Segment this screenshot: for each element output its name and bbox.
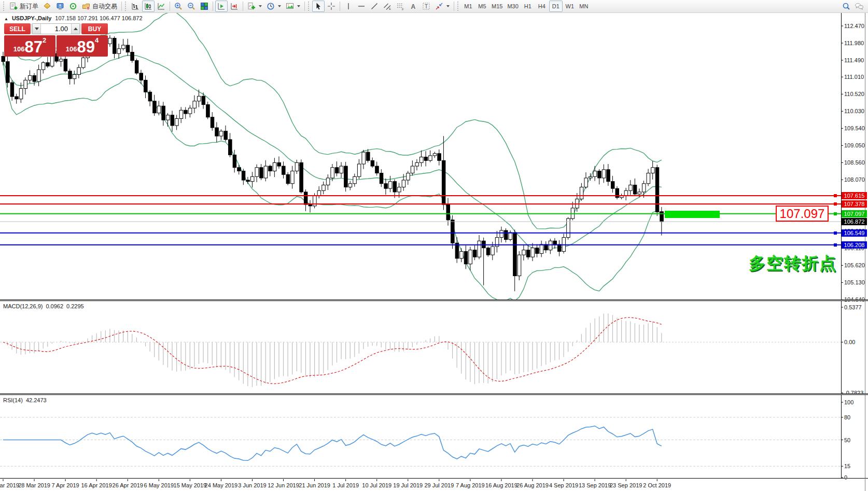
sell-price-sup: 2	[43, 35, 46, 44]
macd-axis-tick: -0.7823	[844, 390, 863, 396]
caret-down-icon	[35, 28, 39, 30]
sell-price-big: 87	[24, 38, 42, 56]
sell-price-small: 106	[13, 45, 25, 56]
chart-title: ▲ USDJPY-,Daily 107.158 107.291 106.477 …	[4, 15, 143, 21]
date-label: 13 Sep 2019	[579, 482, 611, 488]
line-handle[interactable]	[834, 212, 837, 215]
window-edge	[865, 13, 865, 491]
price-tick: 111.010	[844, 74, 864, 80]
rsi-panel-separator[interactable]	[0, 393, 868, 395]
price-tag: 107.615	[842, 192, 867, 199]
buy-price-big: 89	[77, 38, 94, 56]
macd-axis-tick: 0.00	[844, 339, 855, 345]
price-tick: 105.620	[844, 262, 865, 268]
one-click-trading-panel: SELL BUY 106 87 2 106 89 4	[4, 23, 108, 57]
rsi-value: 42.2473	[26, 397, 47, 403]
price-tag: 106.208	[842, 241, 867, 249]
chinese-annotation[interactable]: 多空转折点	[749, 252, 837, 275]
date-label: 6 May 2019	[144, 482, 174, 488]
highlight-rectangle[interactable]	[665, 211, 720, 218]
macd-name: MACD(12,26,9)	[3, 303, 43, 309]
mt4-window: 新订单	[0, 0, 868, 491]
macd-signal-value: 0.2295	[66, 303, 84, 309]
date-label: 26 Aug 2019	[516, 482, 549, 488]
date-label: 24 May 2019	[205, 482, 238, 488]
price-tick: 108.560	[844, 159, 865, 166]
date-label: 2 Oct 2019	[643, 482, 671, 488]
price-tick: 111.980	[844, 40, 864, 46]
collapse-icon[interactable]: ▲	[4, 17, 8, 21]
price-tick: 109.050	[844, 142, 865, 148]
volume-up-button[interactable]	[71, 24, 80, 34]
date-label: 7 Aug 2019	[456, 482, 485, 488]
symbol-period-label: USDJPY-,Daily	[12, 15, 51, 21]
main-chart-canvas[interactable]	[0, 0, 868, 491]
caret-up-icon	[74, 28, 78, 30]
price-tag: 106.872	[842, 218, 867, 225]
rsi-axis-tick: 50	[844, 437, 850, 443]
macd-axis-tick: 0.5377	[844, 304, 862, 310]
price-tick: 108.070	[844, 176, 865, 183]
date-label: 19 Jul 2019	[393, 482, 423, 488]
rsi-axis-tick: 80	[844, 414, 850, 420]
rsi-axis-tick: 15	[844, 463, 850, 469]
date-label: 7 Apr 2019	[52, 482, 79, 488]
buy-button[interactable]: BUY	[81, 23, 108, 34]
line-handle[interactable]	[834, 231, 837, 235]
line-handle[interactable]	[834, 243, 837, 247]
date-label: 29 Jul 2019	[424, 482, 454, 488]
volume-down-button[interactable]	[32, 24, 41, 34]
date-label: 4 Sep 2019	[549, 482, 578, 488]
date-label: 23 Sep 2019	[610, 482, 642, 488]
price-tick: 109.540	[844, 125, 865, 131]
date-label: 3 Jun 2019	[238, 482, 266, 488]
date-label: 28 Mar 2019	[18, 482, 50, 488]
date-axis-separator	[0, 478, 868, 479]
date-label: 16 Apr 2019	[81, 482, 112, 488]
ohlc-values: 107.158 107.291 106.477 106.872	[55, 15, 142, 21]
price-tag: 107.378	[842, 200, 867, 208]
sell-price-panel[interactable]: 106 87 2	[4, 35, 55, 57]
date-label: 16 Aug 2019	[485, 482, 517, 488]
volume-input[interactable]	[41, 24, 71, 34]
macd-main-value: 0.0962	[46, 303, 63, 309]
date-label: 21 Jun 2019	[299, 482, 330, 488]
line-handle[interactable]	[834, 202, 837, 206]
price-callout-box[interactable]: 107.097	[776, 206, 829, 222]
date-label: 19 Mar 2019	[0, 482, 19, 488]
date-label: 15 May 2019	[174, 482, 207, 488]
macd-label: MACD(12,26,9) 0.0962 0.2295	[3, 303, 84, 309]
price-tick: 112.470	[844, 23, 864, 29]
sell-button[interactable]: SELL	[4, 23, 31, 34]
line-handle[interactable]	[834, 194, 837, 197]
rsi-label: RSI(14) 42.2473	[3, 397, 47, 403]
price-tick: 110.030	[844, 108, 864, 114]
rsi-name: RSI(14)	[3, 397, 23, 403]
price-tag: 106.549	[842, 229, 867, 237]
date-label: 26 Apr 2019	[113, 482, 143, 488]
volume-control	[32, 23, 80, 34]
price-tag: 107.097	[842, 210, 867, 217]
buy-price-panel[interactable]: 106 89 4	[57, 35, 108, 57]
buy-price-small: 106	[66, 45, 77, 56]
date-label: 12 Jun 2019	[268, 482, 299, 488]
date-label: 1 Jul 2019	[332, 482, 359, 488]
buy-price-sup: 4	[95, 35, 99, 44]
rsi-axis-tick: 100	[844, 399, 853, 405]
price-tick: 111.490	[844, 57, 864, 63]
price-tick: 110.520	[844, 91, 864, 97]
macd-panel-separator[interactable]	[0, 299, 868, 301]
price-tick: 105.130	[844, 279, 865, 285]
date-label: 10 Jul 2019	[362, 482, 391, 488]
rsi-axis-tick: 0	[844, 474, 847, 481]
